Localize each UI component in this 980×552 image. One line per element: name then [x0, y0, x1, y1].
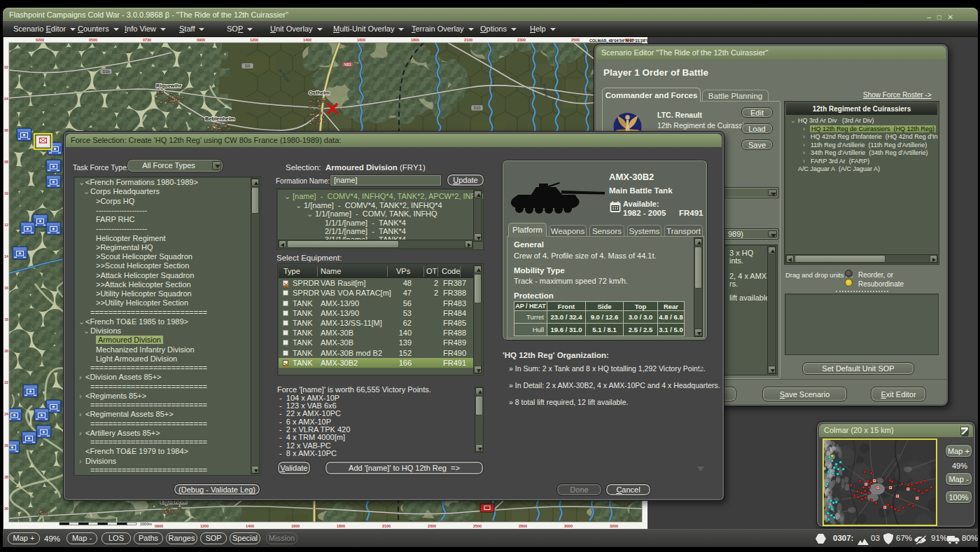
svg-text:2100: 2100 — [382, 524, 391, 528]
svg-text:2500: 2500 — [473, 524, 482, 528]
svg-text:D10: D10 — [473, 106, 480, 110]
svg-text:1400: 1400 — [303, 38, 312, 42]
svg-text:28: 28 — [4, 475, 8, 479]
svg-text:08: 08 — [4, 160, 8, 164]
svg-text:30: 30 — [4, 506, 8, 511]
svg-text:1800: 1800 — [337, 524, 345, 528]
svg-text:Beblenheim: Beblenheim — [205, 116, 235, 122]
svg-text:12: 12 — [4, 223, 8, 227]
svg-text:02: 02 — [4, 65, 8, 69]
svg-text:N83: N83 — [344, 62, 351, 67]
svg-text:3000: 3000 — [564, 524, 573, 528]
svg-text:10: 10 — [4, 191, 8, 195]
svg-text:Riquewihr: Riquewihr — [156, 83, 181, 89]
svg-text:2100: 2100 — [464, 38, 472, 42]
svg-text:Ostheim: Ostheim — [309, 90, 330, 96]
svg-text:0900: 0900 — [155, 524, 163, 528]
svg-text:0900: 0900 — [197, 38, 205, 42]
svg-text:06: 06 — [4, 128, 8, 132]
svg-text:D1b: D1b — [102, 69, 109, 74]
svg-text:2300: 2300 — [517, 38, 526, 42]
svg-text:16: 16 — [4, 286, 8, 290]
svg-text:0730: 0730 — [143, 38, 151, 42]
svg-text:3200: 3200 — [610, 524, 618, 528]
svg-text:0200: 0200 — [36, 38, 44, 42]
svg-text:1600: 1600 — [291, 524, 300, 528]
svg-text:22: 22 — [4, 380, 8, 385]
svg-text:04: 04 — [4, 97, 8, 101]
svg-text:D3: D3 — [245, 64, 250, 68]
svg-text:2500: 2500 — [571, 38, 580, 42]
svg-text:18: 18 — [4, 317, 8, 322]
svg-text:0500: 0500 — [89, 38, 97, 42]
svg-text:2300: 2300 — [428, 524, 436, 528]
svg-text:2800: 2800 — [519, 524, 527, 528]
svg-text:1400: 1400 — [246, 524, 254, 528]
svg-text:COLMAR, 48°04’54"N 07°21’28"E: COLMAR, 48°04’54"N 07°21’28"E — [589, 39, 648, 43]
svg-text:1200: 1200 — [200, 524, 209, 528]
svg-text:2000m: 2000m — [140, 522, 152, 526]
svg-text:20: 20 — [4, 349, 8, 353]
svg-text:1200: 1200 — [250, 38, 258, 42]
svg-text:26: 26 — [4, 443, 8, 448]
svg-text:24: 24 — [4, 412, 8, 416]
svg-text:1600: 1600 — [357, 38, 365, 42]
svg-text:1800: 1800 — [411, 38, 419, 42]
svg-text:14: 14 — [4, 254, 8, 258]
